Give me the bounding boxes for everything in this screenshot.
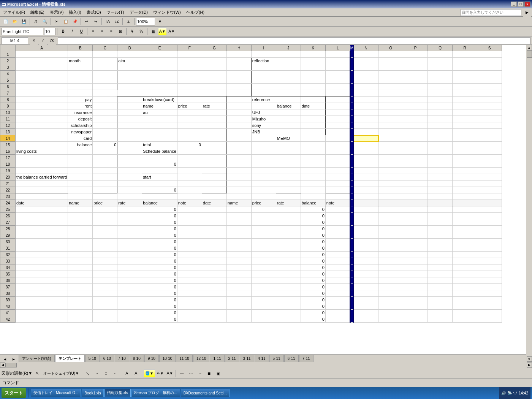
cell-C27[interactable] — [93, 219, 117, 226]
cell-B40[interactable] — [68, 303, 93, 310]
cell-J19[interactable] — [276, 168, 301, 174]
cell-S15[interactable] — [477, 142, 502, 148]
merge-btn[interactable]: ⊞ — [116, 27, 125, 36]
row-number[interactable]: 11 — [0, 116, 16, 122]
cell-A14[interactable] — [16, 135, 68, 142]
cell-P31[interactable] — [403, 245, 428, 252]
cell-E15[interactable]: total — [142, 142, 177, 148]
cell-S40[interactable] — [477, 303, 502, 310]
cell-G34[interactable] — [202, 264, 226, 271]
sheet-tab[interactable]: テンプレート — [55, 355, 85, 362]
cell-N23[interactable] — [354, 193, 378, 200]
taskbar-item[interactable]: 情報収集.xls — [104, 389, 131, 397]
cell-H22[interactable] — [226, 187, 251, 193]
cell-D30[interactable] — [117, 239, 142, 245]
cell-L34[interactable] — [325, 264, 350, 271]
menu-insert[interactable]: 挿入(I) — [66, 9, 83, 16]
cell-O1[interactable] — [378, 51, 403, 58]
cell-F21[interactable] — [177, 180, 202, 187]
cell-P11[interactable] — [403, 116, 428, 122]
font-size-input[interactable]: 10 — [44, 28, 55, 35]
cell-Q2[interactable] — [428, 58, 453, 64]
cell-N17[interactable] — [354, 155, 378, 161]
cell-R19[interactable] — [453, 168, 477, 174]
cell-N35[interactable] — [354, 271, 378, 277]
cell-A31[interactable] — [16, 245, 68, 252]
cell-O21[interactable] — [378, 180, 403, 187]
cell-A29[interactable] — [16, 232, 68, 239]
cell-F30[interactable] — [177, 239, 202, 245]
cell-C18[interactable] — [93, 161, 117, 168]
cell-M39[interactable] — [350, 297, 353, 303]
cell-S35[interactable] — [477, 271, 502, 277]
cell-A24[interactable]: date — [16, 200, 68, 206]
row-number[interactable]: 2 — [0, 58, 16, 64]
cell-O26[interactable] — [378, 213, 403, 219]
cell-G20[interactable] — [202, 174, 226, 180]
cell-G10[interactable] — [202, 109, 226, 116]
cell-M16[interactable] — [350, 148, 353, 155]
cell-S17[interactable] — [477, 155, 502, 161]
cell-P32[interactable] — [403, 252, 428, 258]
col-header-Q[interactable]: Q — [428, 45, 453, 51]
sheet-tab[interactable]: 2-11 — [225, 355, 239, 362]
cell-J34[interactable] — [276, 264, 301, 271]
cell-G14[interactable] — [202, 135, 226, 142]
cell-C17[interactable] — [93, 155, 117, 161]
cell-N6[interactable] — [354, 84, 378, 90]
row-number[interactable]: 19 — [0, 168, 16, 174]
cell-D7[interactable] — [117, 90, 142, 97]
col-header-G[interactable]: G — [202, 45, 226, 51]
cell-I19[interactable] — [251, 168, 276, 174]
col-header-R[interactable]: R — [453, 45, 477, 51]
cell-R11[interactable] — [453, 116, 477, 122]
cell-L18[interactable] — [325, 161, 350, 168]
cell-L15[interactable] — [325, 142, 350, 148]
menu-help[interactable]: ヘルプ(H) — [184, 9, 207, 16]
cell-C15[interactable]: 0 — [93, 142, 117, 148]
cell-S22[interactable] — [477, 187, 502, 193]
cell-I8[interactable]: reference — [251, 97, 276, 103]
cell-D11[interactable] — [117, 116, 142, 122]
cell-I37[interactable] — [251, 284, 276, 290]
draw-wordart-btn[interactable]: A — [132, 369, 140, 378]
row-number[interactable]: 39 — [0, 297, 16, 303]
cell-F11[interactable] — [177, 116, 202, 122]
cell-G33[interactable] — [202, 258, 226, 264]
cell-S2[interactable] — [477, 58, 502, 64]
cell-S25[interactable] — [477, 206, 502, 213]
cell-P41[interactable] — [403, 310, 428, 316]
cell-S23[interactable] — [477, 193, 502, 200]
cell-O10[interactable] — [378, 109, 403, 116]
cell-D33[interactable] — [117, 258, 142, 264]
cell-S16[interactable] — [477, 148, 502, 155]
cell-M19[interactable] — [350, 168, 353, 174]
cell-H36[interactable] — [226, 277, 251, 284]
cell-Q29[interactable] — [428, 232, 453, 239]
cell-C33[interactable] — [93, 258, 117, 264]
cell-L14[interactable] — [325, 135, 350, 142]
cell-I26[interactable] — [251, 213, 276, 219]
cell-C35[interactable] — [93, 271, 117, 277]
row-number[interactable]: 8 — [0, 97, 16, 103]
cell-S14[interactable] — [477, 135, 502, 142]
cell-K16[interactable] — [301, 148, 325, 155]
cell-M36[interactable] — [350, 277, 353, 284]
cell-C8[interactable] — [93, 97, 117, 103]
cell-F7[interactable] — [177, 90, 202, 97]
cell-K25[interactable]: 0 — [301, 206, 325, 213]
cell-D26[interactable] — [117, 213, 142, 219]
cell-E14[interactable] — [142, 135, 177, 142]
cell-P19[interactable] — [403, 168, 428, 174]
cell-G30[interactable] — [202, 239, 226, 245]
cell-M24[interactable] — [350, 200, 353, 206]
cell-C9[interactable] — [93, 103, 117, 109]
cell-K15[interactable] — [301, 142, 325, 148]
cell-E11[interactable] — [142, 116, 177, 122]
cell-G9[interactable]: rate — [202, 103, 226, 109]
draw-arrow-btn[interactable]: → — [93, 369, 101, 378]
cell-B16[interactable] — [68, 148, 93, 155]
cell-F9[interactable]: price — [177, 103, 202, 109]
cell-Q12[interactable] — [428, 122, 453, 129]
cell-H34[interactable] — [226, 264, 251, 271]
